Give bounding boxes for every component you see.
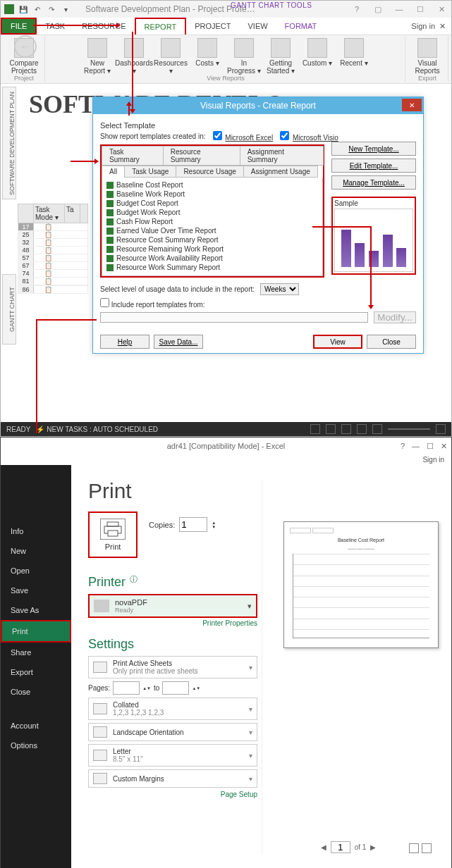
tab-format[interactable]: FORMAT: [276, 18, 326, 35]
template-list-item[interactable]: Baseline Work Report: [105, 190, 319, 199]
backstage-open[interactable]: Open: [1, 561, 71, 581]
template-tab[interactable]: All: [102, 166, 125, 178]
backstage-print[interactable]: Print: [1, 620, 71, 643]
template-tab[interactable]: Assignment Summary: [240, 146, 324, 166]
costs-button[interactable]: Costs ▾: [190, 38, 225, 75]
backstage-share[interactable]: Share: [1, 643, 71, 662]
new-report-button[interactable]: New Report ▾: [80, 38, 115, 75]
template-tab[interactable]: Task Summary: [102, 146, 164, 166]
include-templates-check[interactable]: Include report templates from:: [100, 298, 205, 309]
template-list-item[interactable]: Budget Work Report: [105, 208, 319, 217]
template-list[interactable]: Baseline Cost ReportBaseline Work Report…: [102, 178, 323, 276]
maximize-icon[interactable]: ☐: [427, 442, 434, 451]
zoom-slider[interactable]: [388, 428, 430, 430]
save-data-button[interactable]: Save Data...: [154, 335, 203, 349]
dashboards-button[interactable]: Dashboards ▾: [116, 38, 152, 75]
template-tab[interactable]: Resource Usage: [176, 166, 243, 178]
zoom-out-icon[interactable]: [372, 424, 382, 434]
zoom-in-icon[interactable]: [436, 424, 446, 434]
margins-select[interactable]: Custom Margins: [88, 769, 257, 788]
help-icon[interactable]: ?: [350, 5, 364, 14]
backstage-account[interactable]: Account: [1, 716, 71, 736]
tab-view[interactable]: VIEW: [239, 18, 276, 35]
template-list-item[interactable]: Resource Work Summary Report: [105, 263, 319, 272]
orientation-select[interactable]: Landscape Orientation: [88, 723, 257, 741]
close-button[interactable]: Close: [367, 335, 416, 349]
task-row[interactable]: 81📋: [18, 278, 88, 285]
backstage-new[interactable]: New: [1, 541, 71, 561]
getting-started-button[interactable]: Getting Started ▾: [263, 38, 298, 75]
resources-button[interactable]: Resources ▾: [153, 38, 188, 75]
next-page-button[interactable]: ▶: [370, 843, 376, 851]
tab-project[interactable]: PROJECT: [186, 18, 239, 35]
template-list-item[interactable]: Resource Cost Summary Report: [105, 235, 319, 244]
task-row[interactable]: 86📋: [18, 286, 88, 294]
backstage-export[interactable]: Export: [1, 662, 71, 682]
template-list-item[interactable]: Earned Value Over Time Report: [105, 226, 319, 235]
copies-input[interactable]: [179, 517, 207, 532]
task-row[interactable]: 74📋: [18, 270, 88, 278]
task-row[interactable]: 17📋: [18, 223, 88, 231]
maximize-icon[interactable]: ☐: [413, 5, 427, 14]
undo-icon[interactable]: ↶: [32, 4, 43, 15]
task-row[interactable]: 48📋: [18, 247, 88, 254]
tab-file[interactable]: FILE: [1, 18, 37, 35]
show-margins-icon[interactable]: [409, 843, 419, 853]
view-calendar-icon[interactable]: [357, 424, 367, 434]
info-icon[interactable]: ⓘ: [130, 574, 138, 585]
paper-size-select[interactable]: Letter8.5" x 11": [88, 744, 257, 767]
task-row[interactable]: 25📋: [18, 231, 88, 239]
custom-button[interactable]: Custom ▾: [300, 38, 335, 75]
task-row[interactable]: 67📋: [18, 262, 88, 270]
mdi-close-icon[interactable]: ✕: [439, 22, 446, 31]
col-task-name[interactable]: Ta: [65, 204, 80, 223]
close-icon[interactable]: ✕: [441, 442, 447, 451]
edit-template-button[interactable]: Edit Template...: [331, 159, 416, 173]
print-what-select[interactable]: Print Active SheetsOnly print the active…: [88, 656, 257, 678]
redo-icon[interactable]: ↷: [46, 4, 57, 15]
col-task-mode[interactable]: Task Mode ▾: [34, 204, 65, 223]
task-row[interactable]: 57📋: [18, 254, 88, 262]
level-select[interactable]: Weeks: [260, 283, 299, 295]
printer-select[interactable]: novaPDF Ready: [88, 594, 257, 618]
template-list-item[interactable]: Baseline Cost Report: [105, 180, 319, 190]
timeline-side-tab[interactable]: SOFTWARE DEVELOPMENT PLAN: [2, 87, 16, 199]
view-sheet-icon[interactable]: [341, 424, 351, 434]
help-button[interactable]: Help: [100, 335, 149, 349]
pages-to-input[interactable]: [162, 681, 189, 695]
backstage-save[interactable]: Save: [1, 581, 71, 600]
template-tab[interactable]: Assignment Usage: [243, 166, 318, 178]
in-progress-button[interactable]: In Progress ▾: [226, 38, 262, 75]
template-tab[interactable]: Resource Summary: [163, 146, 240, 166]
page-number-input[interactable]: [331, 841, 350, 853]
chk-visio[interactable]: Microsoft Visio: [280, 131, 338, 142]
template-list-item[interactable]: Resource Remaining Work Report: [105, 244, 319, 254]
prev-page-button[interactable]: ◀: [321, 843, 326, 851]
visual-reports-button[interactable]: Visual Reports: [410, 38, 445, 75]
page-setup-link[interactable]: Page Setup: [88, 790, 257, 798]
minimize-icon[interactable]: —: [412, 442, 420, 451]
tab-report[interactable]: REPORT: [135, 18, 187, 35]
backstage-info[interactable]: Info: [1, 521, 71, 541]
dialog-close-button[interactable]: ✕: [402, 99, 422, 111]
collate-select[interactable]: Collated1,2,3 1,2,3 1,2,3: [88, 698, 257, 720]
new-template-button[interactable]: New Template...: [331, 142, 416, 156]
gantt-side-tab[interactable]: GANTT CHART: [2, 274, 16, 345]
backstage-close[interactable]: Close: [1, 682, 71, 702]
back-button[interactable]: ←: [14, 35, 37, 58]
template-tab[interactable]: Task Usage: [124, 166, 176, 178]
view-button[interactable]: View: [313, 335, 362, 349]
template-list-item[interactable]: Cash Flow Report: [105, 217, 319, 226]
view-gantt-icon[interactable]: [310, 424, 320, 434]
help-icon[interactable]: ?: [401, 442, 405, 451]
task-row[interactable]: 32📋: [18, 239, 88, 247]
zoom-to-page-icon[interactable]: [422, 843, 432, 853]
template-list-item[interactable]: Budget Cost Report: [105, 199, 319, 208]
printer-properties-link[interactable]: Printer Properties: [88, 619, 257, 627]
save-icon[interactable]: 💾: [18, 4, 29, 15]
template-list-item[interactable]: Resource Work Availability Report: [105, 254, 319, 263]
tab-task[interactable]: TASK: [37, 18, 73, 35]
chk-excel[interactable]: Microsoft Excel: [213, 131, 274, 142]
qat-dropdown-icon[interactable]: ▾: [60, 4, 71, 15]
minimize-icon[interactable]: —: [392, 5, 406, 14]
